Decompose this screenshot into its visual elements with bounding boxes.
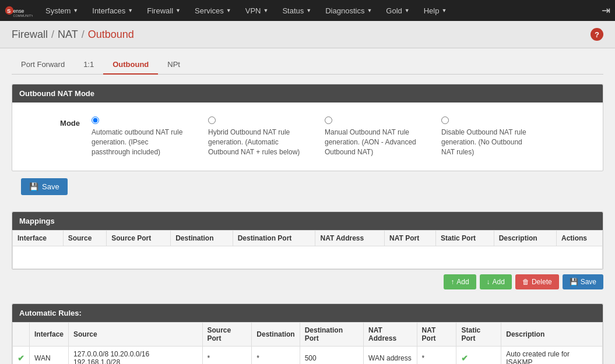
mode-option-manual: Manual Outbound NAT rule generation. (AO… (325, 116, 418, 157)
save-button[interactable]: 💾 Save (21, 178, 68, 195)
breadcrumb-bar: Firewall / NAT / Outbound ? (0, 21, 615, 48)
main-content: Port Forward 1:1 Outbound NPt Outbound N… (0, 48, 615, 364)
radio-manual[interactable] (325, 116, 332, 124)
mappings-tbody (13, 246, 603, 269)
mode-automatic-text: Automatic outbound NAT rule generation. … (92, 128, 185, 157)
tab-one-to-one[interactable]: 1:1 (74, 55, 103, 75)
add-down-icon: ↓ (487, 278, 490, 286)
row-destination-port: 500 (300, 347, 363, 364)
row-source-port: * (202, 347, 252, 364)
auto-rules-thead: Interface Source Source Port Destination… (13, 323, 603, 347)
nav-services[interactable]: Services ▼ (188, 0, 238, 21)
col-destination: Destination (171, 231, 233, 246)
auto-rules-header-row: Interface Source Source Port Destination… (13, 323, 603, 347)
breadcrumb: Firewall / NAT / Outbound (12, 29, 134, 41)
tab-npt[interactable]: NPt (158, 55, 189, 75)
delete-icon: 🗑 (522, 278, 529, 286)
add-up-button[interactable]: ↑ Add (444, 274, 476, 289)
auto-col-destination-port: Destination Port (300, 323, 363, 347)
auto-col-interface: Interface (30, 323, 69, 347)
breadcrumb-sep-2: / (82, 29, 85, 41)
logout-icon[interactable]: ⇥ (602, 4, 610, 17)
nav-diagnostics[interactable]: Diagnostics ▼ (318, 0, 379, 21)
save-icon: 💾 (29, 182, 38, 191)
nav-vpn[interactable]: VPN ▼ (238, 0, 276, 21)
save-mappings-label: Save (581, 278, 596, 286)
help-icon[interactable]: ? (591, 28, 603, 41)
auto-col-source: Source (69, 323, 202, 347)
save-area: 💾 Save (12, 171, 603, 202)
add-down-button[interactable]: ↓ Add (480, 274, 512, 289)
row-check: ✔ (13, 347, 30, 364)
row-destination: * (252, 347, 300, 364)
tab-outbound[interactable]: Outbound (103, 55, 158, 75)
radio-automatic[interactable] (92, 116, 99, 124)
svg-text:COMMUNITY EDITION: COMMUNITY EDITION (13, 14, 33, 17)
mappings-empty-row (13, 246, 603, 269)
auto-col-static-port: Static Port (456, 323, 501, 347)
svg-text:ense: ense (13, 8, 24, 14)
mode-disable-text: Disable Outbound NAT rule generation. (N… (441, 128, 535, 157)
col-nat-port: NAT Port (385, 231, 436, 246)
delete-button[interactable]: 🗑 Delete (515, 274, 559, 289)
breadcrumb-outbound: Outbound (88, 29, 134, 41)
auto-rules-tbody: ✔ WAN 127.0.0.0/8 10.20.0.0/16 192.168.1… (13, 347, 603, 364)
save-mappings-button[interactable]: 💾 Save (563, 274, 603, 289)
col-description: Description (494, 231, 556, 246)
tabs: Port Forward 1:1 Outbound NPt (12, 48, 603, 75)
nav-help[interactable]: Help ▼ (417, 0, 454, 21)
mode-option-disable: Disable Outbound NAT rule generation. (N… (441, 116, 535, 157)
action-row: ↑ Add ↓ Add 🗑 Delete 💾 Save (12, 270, 603, 294)
mappings-empty (13, 246, 603, 269)
svg-text:S: S (7, 8, 11, 14)
auto-col-source-port: Source Port (202, 323, 252, 347)
nav-interfaces[interactable]: Interfaces ▼ (85, 0, 140, 21)
static-port-check: ✔ (461, 354, 468, 363)
row-nat-port: * (417, 347, 456, 364)
outbound-nat-mode-body: Mode Automatic outbound NAT rule generat… (12, 103, 603, 171)
auto-col-check (13, 323, 30, 347)
col-source: Source (63, 231, 107, 246)
radio-hybrid[interactable] (208, 116, 216, 124)
mode-label: Mode (22, 116, 92, 128)
auto-col-destination: Destination (252, 323, 300, 347)
outbound-nat-mode-panel: Outbound NAT Mode Mode Automatic outboun… (12, 84, 603, 171)
radio-disable[interactable] (441, 116, 449, 124)
mappings-thead: Interface Source Source Port Destination… (13, 231, 603, 246)
save-mappings-icon: 💾 (570, 278, 578, 286)
mode-hybrid-text: Hybrid Outbound NAT rule generation. (Au… (208, 128, 301, 157)
auto-col-nat-port: NAT Port (417, 323, 456, 347)
auto-rule-row: ✔ WAN 127.0.0.0/8 10.20.0.0/16 192.168.1… (13, 347, 603, 364)
mode-option-hybrid: Hybrid Outbound NAT rule generation. (Au… (208, 116, 301, 157)
mappings-header-row: Interface Source Source Port Destination… (13, 231, 603, 246)
breadcrumb-firewall[interactable]: Firewall (12, 29, 48, 41)
col-actions: Actions (557, 231, 603, 246)
row-description: Auto created rule for ISAKMP (501, 347, 603, 364)
mappings-body: Interface Source Source Port Destination… (12, 230, 603, 269)
mode-option-automatic: Automatic outbound NAT rule generation. … (92, 116, 185, 157)
row-interface: WAN (30, 347, 69, 364)
add-down-label: Add (493, 278, 505, 286)
mode-row: Mode Automatic outbound NAT rule generat… (22, 112, 593, 161)
nav-firewall[interactable]: Firewall ▼ (140, 0, 188, 21)
brand-logo: S ense COMMUNITY EDITION (5, 2, 33, 19)
col-nat-address: NAT Address (315, 231, 385, 246)
mappings-table: Interface Source Source Port Destination… (12, 230, 603, 269)
automatic-rules-panel: Automatic Rules: Interface Source Source… (12, 303, 603, 364)
breadcrumb-nat[interactable]: NAT (58, 29, 78, 41)
nav-status[interactable]: Status ▼ (275, 0, 318, 21)
save-label: Save (42, 182, 59, 191)
tab-port-forward[interactable]: Port Forward (12, 55, 74, 75)
col-source-port: Source Port (107, 231, 171, 246)
nav-system[interactable]: System ▼ (38, 0, 85, 21)
automatic-rules-body: Interface Source Source Port Destination… (12, 322, 603, 364)
auto-col-description: Description (501, 323, 603, 347)
mode-manual-text: Manual Outbound NAT rule generation. (AO… (325, 128, 418, 157)
automatic-rules-table: Interface Source Source Port Destination… (12, 322, 603, 364)
row-nat-address: WAN address (364, 347, 417, 364)
breadcrumb-sep-1: / (51, 29, 54, 41)
add-up-icon: ↑ (451, 278, 454, 286)
nav-gold[interactable]: Gold ▼ (379, 0, 416, 21)
col-destination-port: Destination Port (233, 231, 315, 246)
row-static-port: ✔ (456, 347, 501, 364)
